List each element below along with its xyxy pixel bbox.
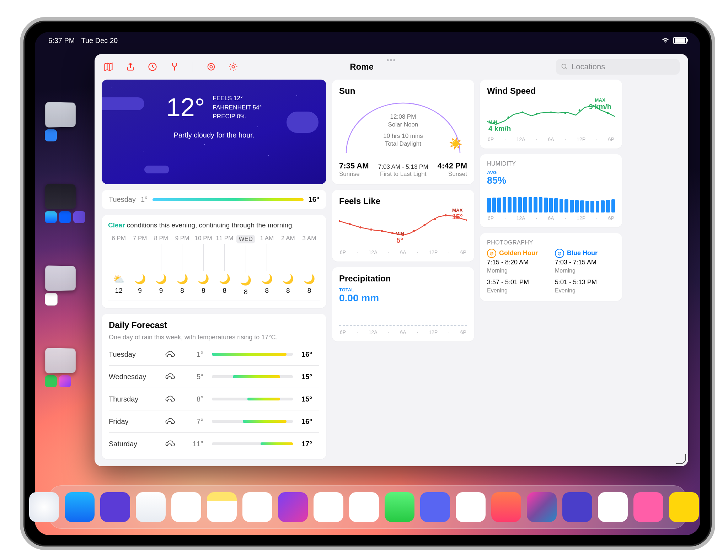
dock-app-reminders[interactable] [171, 492, 201, 522]
hourly-column[interactable]: 7 PM🌙9 [131, 235, 149, 296]
dock-app-mail[interactable] [136, 492, 166, 522]
dock-app-safari[interactable] [29, 492, 59, 522]
feels-min-label: MIN [395, 231, 404, 236]
photography-card[interactable]: PHOTOGRAPHY ◎Golden Hour 7:15 - 8:20 AM … [480, 233, 622, 301]
svg-point-16 [455, 216, 457, 218]
precip-total-label: TOTAL [339, 287, 467, 292]
hourly-column[interactable]: 10 PM🌙8 [194, 235, 213, 296]
golden-morning-label: Morning [487, 267, 538, 275]
location-title[interactable]: Rome [172, 62, 551, 72]
precipitation-card[interactable]: Precipitation TOTAL 0.00 mm 6P·12A·6A·12… [332, 267, 474, 341]
hourly-column[interactable]: 2 AM🌙8 [279, 235, 297, 296]
today-day: Tuesday [109, 195, 136, 204]
today-low: 1° [141, 195, 148, 204]
svg-point-20 [522, 112, 524, 113]
hourly-column[interactable]: 11 PM🌙8 [215, 235, 234, 296]
stage-manager-strip[interactable] [45, 102, 85, 387]
dock-recent-app[interactable] [712, 492, 715, 522]
svg-point-23 [564, 112, 566, 114]
svg-point-19 [508, 117, 509, 118]
feels-like-card[interactable]: Feels Like MAX15° MIN5° 6P·12A·6A·12P·6P [332, 190, 474, 262]
sun-title: Sun [339, 86, 467, 96]
hourly-column[interactable]: WED🌙8 [236, 235, 255, 296]
light-range: 7:03 AM - 5:13 PM [378, 163, 428, 171]
daily-row[interactable]: Wednesday5°15° [109, 365, 319, 388]
today-summary-row[interactable]: Tuesday 1° 16° [102, 190, 326, 209]
history-icon[interactable] [147, 61, 158, 72]
hourly-headline-emphasis: Clear [108, 221, 125, 229]
svg-point-12 [413, 230, 415, 232]
sunset-time: 4:42 PM [438, 161, 467, 171]
hourly-forecast-card[interactable]: Clear conditions this evening, continuin… [102, 215, 326, 308]
blue-evening-label: Evening [555, 287, 598, 295]
sun-card[interactable]: Sun 12:08 PMSolar Noon 10 hrs 10 minsTot… [332, 80, 474, 184]
share-icon[interactable] [125, 61, 136, 72]
svg-point-9 [381, 230, 383, 232]
dock-app-pink[interactable] [633, 492, 663, 522]
battery-icon [673, 37, 687, 44]
hourly-headline: conditions this evening, continuing thro… [125, 221, 294, 229]
hourly-column[interactable]: 9 PM🌙8 [173, 235, 192, 296]
dock-app-messages[interactable] [385, 492, 414, 522]
humidity-bars [487, 188, 615, 212]
dock-app-photos[interactable] [349, 492, 379, 522]
svg-point-4 [562, 64, 566, 69]
dock-app-timer[interactable] [491, 492, 521, 522]
dock-app-freeform[interactable] [314, 492, 343, 522]
precip-total: 0.00 mm [339, 292, 467, 304]
wind-speed-card[interactable]: Wind Speed MAX9 km/h MIN4 km/h 6P·12A·6A… [480, 80, 622, 149]
dock-app-shortcuts[interactable] [527, 492, 557, 522]
window-drag-handle[interactable]: ••• [386, 56, 396, 64]
today-high: 16° [309, 195, 319, 204]
daily-row[interactable]: Saturday11°17° [109, 432, 319, 455]
dock-app-notes[interactable] [207, 492, 237, 522]
daily-title: Daily Forecast [109, 320, 319, 330]
sunrise-time: 7:35 AM [339, 161, 369, 171]
dock-app-copilot[interactable] [598, 492, 628, 522]
wind-title: Wind Speed [487, 86, 615, 96]
precip-sparkline [339, 317, 467, 326]
dock-app-discord[interactable] [420, 492, 450, 522]
golden-hour-icon: ◎ [487, 249, 496, 258]
hourly-column[interactable]: 3 AM🌙8 [300, 235, 318, 296]
hourly-column[interactable]: 8 PM🌙9 [152, 235, 170, 296]
daylight-label: Total Daylight [339, 140, 467, 148]
dock-app-media[interactable] [278, 492, 308, 522]
photo-title: PHOTOGRAPHY [487, 239, 615, 246]
humidity-card[interactable]: HUMIDITY AVG 85% 6P·12A·6A·12P·6P [480, 154, 622, 227]
solar-noon-time: 12:08 PM [339, 113, 467, 121]
dock[interactable] [49, 485, 686, 529]
daily-row[interactable]: Tuesday1°16° [109, 341, 319, 365]
svg-point-5 [339, 220, 340, 222]
hourly-column[interactable]: 1 AM🌙8 [258, 235, 276, 296]
svg-point-25 [593, 105, 595, 107]
feels-title: Feels Like [339, 196, 467, 206]
svg-point-22 [550, 112, 552, 113]
feels-like-label: FEELS 12° [213, 94, 262, 103]
daily-row[interactable]: Thursday8°15° [109, 388, 319, 410]
dock-app-finder[interactable] [20, 492, 23, 522]
dock-app-appstore[interactable] [65, 492, 95, 522]
feels-axis: 6P·12A·6A·12P·6P [339, 249, 467, 255]
daily-forecast-card[interactable]: Daily Forecast One day of rain this week… [102, 314, 326, 459]
today-temp-bar [152, 198, 304, 201]
dock-app-music[interactable] [242, 492, 272, 522]
svg-point-14 [434, 218, 436, 220]
wifi-icon [661, 37, 670, 45]
dock-app-obsidian[interactable] [562, 492, 592, 522]
daily-row[interactable]: Friday7°16° [109, 410, 319, 432]
weather-app-window: ••• Rome Locations [95, 54, 688, 466]
dock-app-mona[interactable] [100, 492, 130, 522]
current-conditions-card[interactable]: 12° FEELS 12° FAHRENHEIT 54° PRECIP 0% P… [102, 80, 326, 184]
hourly-column[interactable]: 6 PM⛅12 [109, 235, 128, 296]
status-time: 6:37 PM [48, 37, 75, 45]
search-input[interactable]: Locations [556, 59, 680, 75]
light-range-label: First to Last Light [380, 171, 426, 177]
dock-app-smile[interactable] [456, 492, 486, 522]
status-bar: 6:37 PM Tue Dec 20 [48, 35, 687, 46]
daily-subtitle: One day of rain this week, with temperat… [109, 334, 319, 341]
svg-point-13 [423, 224, 425, 226]
dock-app-yellow[interactable] [669, 492, 699, 522]
fahrenheit-label: FAHRENHEIT 54° [213, 103, 262, 112]
map-icon[interactable] [103, 61, 114, 72]
